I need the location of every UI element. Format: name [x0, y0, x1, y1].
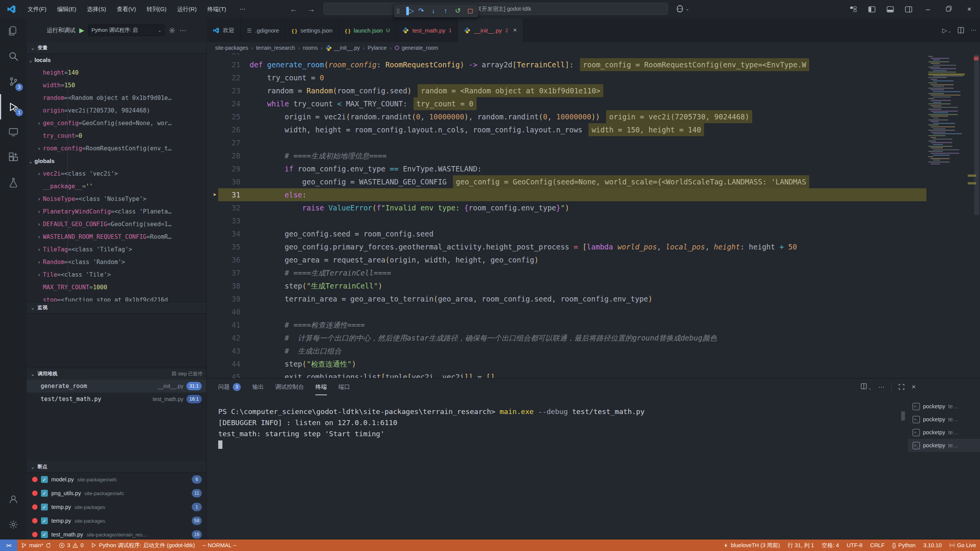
split-editor-icon[interactable]: [957, 27, 964, 34]
settings-gear-icon[interactable]: [0, 512, 27, 537]
toggle-secondary-sidebar-icon[interactable]: [904, 5, 913, 13]
code-line[interactable]: 41 # ====检查连通性====: [207, 318, 980, 331]
variable-row[interactable]: MAX_TRY_COUNT = 1000: [27, 281, 206, 293]
menu-item[interactable]: 转到(G): [141, 3, 172, 15]
breadcrumb-item[interactable]: generate_room: [394, 45, 438, 51]
view-more-actions-icon[interactable]: ⋯: [180, 26, 186, 34]
status-problems[interactable]: 3 0: [55, 540, 87, 551]
callstack-frame[interactable]: generate_room__init__.py31:1: [27, 380, 206, 393]
code-line[interactable]: 22 try_count = 0: [207, 71, 980, 84]
breakpoint-checkbox[interactable]: ✓: [41, 531, 48, 538]
code-line[interactable]: 21def generate_room(room_config: RoomReq…: [207, 58, 980, 71]
window-restore-icon[interactable]: [943, 5, 954, 13]
variable-row[interactable]: ›vec2i = <class 'vec2i'>: [27, 167, 206, 180]
variable-row[interactable]: ›NoiseType = <class 'NoiseType'>: [27, 192, 206, 205]
breadcrumb-item[interactable]: rooms: [303, 45, 318, 51]
code-line[interactable]: ➤31 else:: [207, 188, 980, 201]
breakpoint-row[interactable]: ✓test_math.pysite-packages\terrain_res…1…: [27, 528, 206, 540]
code-line[interactable]: 34 geo_config.seed = room_config.seed: [207, 227, 980, 240]
scope-row[interactable]: ⌄globals: [27, 155, 206, 167]
copilot-menu[interactable]: ⌄: [676, 5, 689, 13]
code-line[interactable]: 37 # ====生成TerrainCell====: [207, 266, 980, 279]
sidebar-item-extensions[interactable]: [0, 145, 27, 170]
debug-step-out-icon[interactable]: ↑: [440, 5, 451, 16]
variable-row[interactable]: random = <Random object at 0x1bf9d01e…: [27, 91, 206, 104]
customize-layout-icon[interactable]: [849, 5, 858, 13]
debug-stop-icon[interactable]: ◻: [464, 5, 476, 16]
close-icon[interactable]: ×: [513, 26, 517, 34]
terminal-list-item[interactable]: >_pocketpyte…: [908, 413, 980, 426]
tab-settings.json[interactable]: { }settings.json: [286, 18, 339, 42]
editor-more-actions-icon[interactable]: ⋯: [970, 27, 976, 34]
breakpoint-checkbox[interactable]: ✓: [41, 504, 48, 510]
variable-row[interactable]: width = 150: [27, 79, 206, 91]
code-line[interactable]: 26 width, height = room_config.layout.n_…: [207, 123, 980, 136]
variable-row[interactable]: ›geo_config = GeoConfig(seed=None, wor…: [27, 117, 206, 129]
code-line[interactable]: 20: [207, 54, 980, 58]
scope-row[interactable]: ⌄locals: [27, 54, 206, 66]
panel-scrollbar[interactable]: [901, 411, 905, 421]
run-python-file-icon[interactable]: ▷ ⌄: [942, 27, 951, 34]
status-go-live[interactable]: Go Live: [946, 540, 980, 551]
breakpoint-row[interactable]: ✓temp.pysite-packages58: [27, 514, 206, 528]
menu-item[interactable]: 运行(R): [172, 3, 202, 15]
toolbar-drag-handle[interactable]: ⣿: [396, 8, 402, 14]
code-line[interactable]: 45 exit_combinations:list[tuple[vec2i, v…: [207, 370, 980, 378]
variable-row[interactable]: try_count = 0: [27, 129, 206, 142]
callstack-header[interactable]: ⌄调用堆栈 因 step 已暂停: [27, 368, 206, 380]
code-line[interactable]: 36 geo_area = request_area(origin, width…: [207, 253, 980, 266]
tab-launch.json[interactable]: { }launch.jsonU: [339, 18, 396, 42]
breadcrumb-item[interactable]: Pylance: [368, 45, 387, 51]
code-line[interactable]: 25 origin = vec2i(random.randint(0, 1000…: [207, 110, 980, 123]
breadcrumb-item[interactable]: terrain_research: [256, 45, 295, 51]
status-python-version[interactable]: 3.10.10: [920, 540, 946, 551]
code-line[interactable]: 32 raise ValueError(f"Invalid env type: …: [207, 201, 980, 214]
menu-item[interactable]: 文件(F): [22, 3, 52, 15]
code-line[interactable]: 38 step("生成TerrainCell"): [207, 279, 980, 292]
terminal-list-item[interactable]: >_pocketpyte…: [908, 400, 980, 413]
sidebar-item-run-debug[interactable]: 1: [0, 94, 27, 119]
breadcrumb-item[interactable]: site-packages: [215, 45, 248, 51]
status-language[interactable]: {}Python: [889, 540, 920, 551]
minimap[interactable]: [928, 54, 965, 378]
status-eol[interactable]: CRLF: [866, 540, 889, 551]
start-debug-icon[interactable]: ▶: [79, 26, 84, 34]
command-center-search[interactable]: [扩展开发宿主] godot-ldtk: [323, 3, 668, 15]
code-editor[interactable]: 2021def generate_room(room_config: RoomR…: [207, 54, 980, 378]
code-line[interactable]: 30 geo_config = WASTELAND_GEO_CONFIGgeo_…: [207, 175, 980, 188]
breakpoint-checkbox[interactable]: ✓: [41, 476, 48, 483]
status-vim-mode[interactable]: -- NORMAL --: [199, 540, 240, 551]
code-line[interactable]: 29 if room_config.env_type == EnvType.WA…: [207, 162, 980, 175]
debug-step-over-icon[interactable]: ↷: [415, 5, 427, 16]
breadcrumb-item[interactable]: __init__.py: [325, 45, 360, 51]
window-close-icon[interactable]: ×: [964, 5, 975, 13]
remote-indicator[interactable]: ><: [0, 540, 17, 551]
tab-欢迎[interactable]: 欢迎: [207, 18, 241, 42]
status-branch[interactable]: main*: [17, 540, 55, 551]
sidebar-item-explorer[interactable]: [0, 18, 27, 44]
debug-step-into-icon[interactable]: ↓: [428, 5, 439, 16]
sidebar-item-remote-explorer[interactable]: [0, 119, 27, 145]
breakpoints-header[interactable]: ⌄断点: [27, 461, 206, 473]
sidebar-item-source-control[interactable]: 3: [0, 69, 27, 94]
panel-tab-调试控制台[interactable]: 调试控制台: [275, 378, 304, 395]
menu-item[interactable]: 查看(V): [111, 3, 141, 15]
menu-item[interactable]: 选择(S): [82, 3, 111, 15]
panel-tab-问题[interactable]: 问题3: [218, 378, 241, 395]
sidebar-item-testing[interactable]: [0, 170, 27, 195]
breakpoint-row[interactable]: ✓png_utils.pysite-packages\wfc11: [27, 486, 206, 500]
debug-settings-gear-icon[interactable]: [168, 27, 176, 34]
tab-test_math.py[interactable]: test_math.py1: [396, 18, 458, 42]
callstack-frame[interactable]: test/test_math.pytest_math.py16:1: [27, 393, 206, 406]
debug-continue-icon[interactable]: ▐▷: [403, 5, 415, 16]
variable-row[interactable]: ›TileTag = <class 'TileTag'>: [27, 243, 206, 256]
terminal-list-item[interactable]: >_pocketpyte…: [908, 426, 980, 439]
variable-row[interactable]: ›PlanetaryWindConfig = <class 'Planeta…: [27, 205, 206, 218]
variable-row[interactable]: ›DEFAULT_GEO_CONFIG = GeoConfig(seed=1…: [27, 218, 206, 230]
menu-item[interactable]: 编辑(E): [52, 3, 82, 15]
variable-row[interactable]: height = 140: [27, 66, 206, 79]
menu-item[interactable]: 终端(T): [202, 3, 232, 15]
panel-tab-输出[interactable]: 输出: [252, 378, 264, 395]
panel-more-actions-icon[interactable]: ⋯: [878, 383, 884, 391]
debug-config-dropdown[interactable]: Python 调试程序: 启 ⌄: [88, 24, 165, 36]
